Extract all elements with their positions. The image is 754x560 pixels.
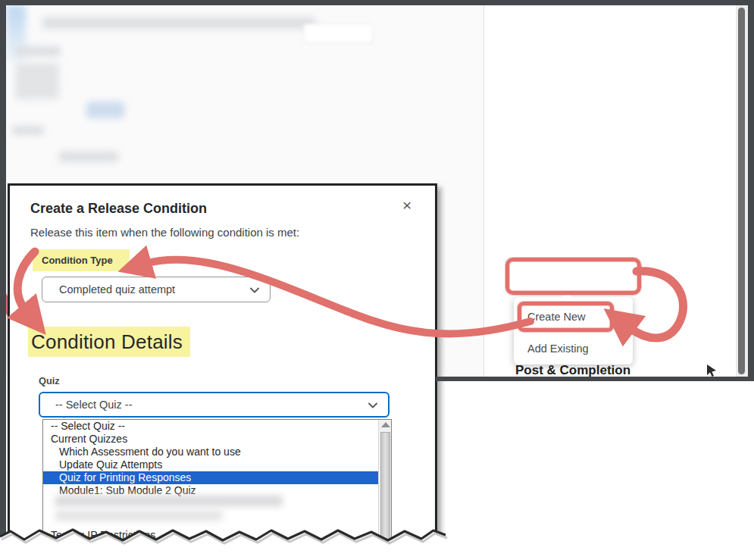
list-scrollbar[interactable] — [378, 420, 391, 541]
quiz-option-partial[interactable]: Testing IP Restrictions — [51, 529, 155, 541]
condition-type-value: Completed quiz attempt — [59, 283, 175, 296]
menu-item-add-existing[interactable]: Add Existing — [514, 333, 633, 364]
screenshot-border-right — [748, 0, 754, 381]
annotation-box-add-release-condition — [505, 258, 641, 295]
blurred-link-pill — [86, 102, 124, 118]
quiz-option[interactable]: Which Assessment do you want to use — [43, 446, 379, 458]
create-release-condition-dialog: Create a Release Condition × Release thi… — [8, 183, 437, 546]
quiz-select-value: -- Select Quiz -- — [55, 399, 133, 411]
dialog-title: Create a Release Condition — [30, 201, 207, 217]
quiz-option-list: -- Select Quiz -- Current Quizzes Which … — [42, 419, 392, 542]
blurred-page-heading — [42, 17, 315, 29]
blurred-text-block — [15, 63, 59, 99]
blurred-quiz-option — [55, 496, 283, 506]
quiz-option-group: Current Quizzes — [43, 433, 379, 446]
quiz-label: Quiz — [39, 375, 60, 386]
condition-type-label: Condition Type — [33, 249, 130, 271]
blurred-label — [15, 46, 61, 56]
blurred-button — [303, 23, 373, 43]
screenshot-border-bottom — [436, 377, 754, 381]
screenshot-border-left — [0, 0, 6, 538]
condition-details-heading: Condition Details — [28, 327, 190, 357]
quiz-option-selected[interactable]: Quiz for Printing Responses — [43, 471, 379, 484]
post-completion-title: Post & Completion — [515, 363, 630, 378]
quiz-option[interactable]: Update Quiz Attempts — [43, 458, 379, 471]
chevron-down-icon — [250, 283, 259, 296]
chevron-down-icon — [368, 399, 377, 411]
quiz-select[interactable]: -- Select Quiz -- — [39, 392, 390, 418]
dialog-subtitle: Release this item when the following con… — [30, 226, 299, 239]
condition-type-select[interactable]: Completed quiz attempt — [42, 277, 271, 302]
blurred-label-small — [12, 126, 44, 135]
page-scrollbar-thumb[interactable] — [738, 8, 745, 374]
blurred-quiz-option — [55, 511, 222, 521]
quiz-option[interactable]: -- Select Quiz -- — [43, 420, 379, 433]
close-icon[interactable]: × — [402, 196, 411, 214]
annotation-box-create-new — [518, 302, 614, 332]
blurred-text-line — [59, 152, 118, 162]
screenshot-border-top — [0, 0, 754, 5]
tutorial-composite: Availability Dates & Conditions Start Da… — [0, 0, 754, 560]
list-scrollbar-thumb[interactable] — [380, 432, 390, 540]
scroll-up-icon[interactable] — [381, 422, 390, 427]
